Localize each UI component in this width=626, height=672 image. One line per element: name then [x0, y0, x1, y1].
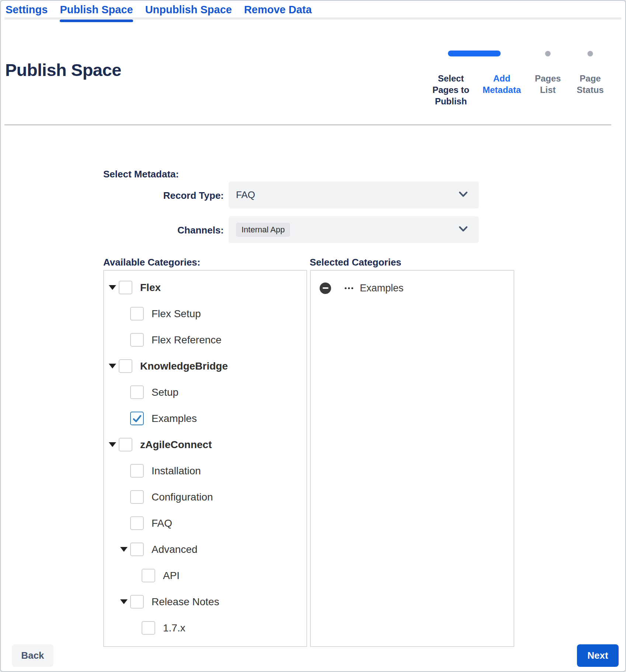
category-row: Examples	[104, 405, 306, 432]
category-row: KnowledgeBridge	[104, 353, 306, 379]
category-checkbox[interactable]	[119, 281, 132, 294]
step-indicator	[478, 51, 526, 56]
collapse-toggle	[117, 390, 130, 395]
next-button[interactable]: Next	[577, 644, 619, 667]
select-metadata-label: Select Metadata:	[103, 169, 179, 180]
category-checkbox[interactable]	[142, 569, 155, 582]
drag-handle-icon[interactable]	[345, 287, 353, 289]
category-row: Flex Setup	[104, 301, 306, 327]
category-label: API	[163, 570, 180, 582]
minus-icon	[323, 287, 328, 289]
tab-settings[interactable]: Settings	[6, 4, 48, 21]
tab-unpublish-space[interactable]: Unpublish Space	[145, 4, 232, 21]
collapse-triangle-icon[interactable]	[109, 285, 116, 290]
collapse-toggle	[117, 599, 130, 604]
page-title: Publish Space	[5, 60, 121, 80]
wizard-stepper: Select Pages to Publish Add Metadata Pag…	[428, 51, 611, 107]
category-row: Configuration	[104, 484, 306, 510]
step-label: Page Status	[570, 73, 611, 96]
category-label: Flex Setup	[152, 308, 201, 320]
record-type-select[interactable]: FAQ	[229, 181, 479, 208]
collapse-toggle	[117, 416, 130, 421]
step-page-status: Page Status	[570, 51, 611, 107]
category-checkbox[interactable]	[130, 464, 144, 478]
checkmark-icon	[132, 413, 142, 424]
collapse-toggle	[106, 285, 119, 290]
collapse-triangle-icon[interactable]	[109, 364, 116, 368]
channel-tag: Internal App	[236, 223, 290, 237]
category-label: KnowledgeBridge	[140, 360, 228, 372]
category-row: zAgileConnect	[104, 432, 306, 458]
back-button[interactable]: Back	[12, 644, 53, 667]
collapse-triangle-icon[interactable]	[120, 547, 128, 552]
collapse-toggle	[117, 311, 130, 316]
collapse-toggle	[117, 495, 130, 499]
category-checkbox[interactable]	[119, 359, 132, 373]
collapse-toggle	[129, 626, 142, 630]
step-indicator	[530, 51, 566, 56]
collapse-toggle	[117, 337, 130, 342]
category-label: Installation	[152, 465, 201, 477]
category-label: FAQ	[152, 517, 172, 529]
collapse-toggle	[106, 442, 119, 447]
step-label: Select Pages to Publish	[428, 73, 473, 107]
tab-remove-data[interactable]: Remove Data	[244, 4, 312, 21]
step-select-pages: Select Pages to Publish	[428, 51, 473, 107]
category-checkbox[interactable]	[119, 438, 132, 451]
category-checkbox[interactable]	[130, 333, 144, 347]
step-add-metadata: Add Metadata	[478, 51, 526, 107]
record-type-value: FAQ	[236, 189, 255, 201]
admin-tabs: Settings Publish Space Unpublish Space R…	[6, 4, 312, 21]
category-label: zAgileConnect	[140, 439, 212, 451]
available-categories-tree: Flex Flex Setup Flex Reference Knowledge…	[104, 274, 306, 641]
category-checkbox[interactable]	[130, 595, 144, 609]
category-checkbox[interactable]	[130, 516, 144, 530]
step-indicator	[428, 51, 473, 56]
category-checkbox[interactable]	[130, 385, 144, 399]
selected-categories-list: Examples	[320, 279, 514, 297]
collapse-triangle-icon[interactable]	[120, 599, 128, 604]
available-categories-heading: Available Categories:	[103, 257, 200, 268]
selected-item-label: Examples	[360, 283, 404, 294]
collapse-toggle	[117, 521, 130, 526]
tab-publish-space[interactable]: Publish Space	[60, 4, 133, 21]
step-pages-list: Pages List	[530, 51, 566, 107]
category-row: 1.7.x	[104, 615, 306, 641]
record-type-label: Record Type:	[103, 190, 224, 201]
category-row: FAQ	[104, 510, 306, 536]
remove-item-button[interactable]	[320, 283, 331, 294]
category-checkbox[interactable]	[130, 307, 144, 321]
category-label: Examples	[152, 413, 197, 425]
step-indicator	[570, 51, 611, 56]
collapse-toggle	[129, 573, 142, 578]
category-label: Configuration	[152, 491, 213, 503]
category-checkbox[interactable]	[142, 621, 155, 635]
category-row: Advanced	[104, 536, 306, 562]
category-row: Release Notes	[104, 589, 306, 615]
category-label: Flex Reference	[152, 334, 222, 346]
collapse-toggle	[106, 364, 119, 368]
chevron-down-icon	[459, 191, 468, 199]
category-checkbox[interactable]	[130, 543, 144, 556]
category-checkbox[interactable]	[130, 412, 144, 425]
category-row: Flex	[104, 274, 306, 301]
category-row: Installation	[104, 458, 306, 484]
channels-label: Channels:	[103, 225, 224, 236]
selected-categories-heading: Selected Categories	[310, 257, 401, 268]
selected-item-row: Examples	[320, 279, 514, 297]
step-dot-icon	[588, 51, 593, 56]
available-categories-panel: Flex Flex Setup Flex Reference Knowledge…	[103, 270, 307, 647]
collapse-toggle	[117, 468, 130, 473]
step-label: Pages List	[530, 73, 566, 96]
header-divider	[4, 124, 611, 125]
step-dot-icon	[545, 51, 551, 56]
channels-select[interactable]: Internal App	[229, 216, 479, 243]
collapse-triangle-icon[interactable]	[109, 442, 116, 447]
category-checkbox[interactable]	[130, 490, 144, 504]
publish-space-page: Settings Publish Space Unpublish Space R…	[0, 0, 626, 672]
category-row: Setup	[104, 379, 306, 405]
category-label: Setup	[152, 387, 178, 398]
category-row: API	[104, 562, 306, 589]
collapse-toggle	[117, 547, 130, 552]
category-label: Advanced	[152, 544, 198, 555]
